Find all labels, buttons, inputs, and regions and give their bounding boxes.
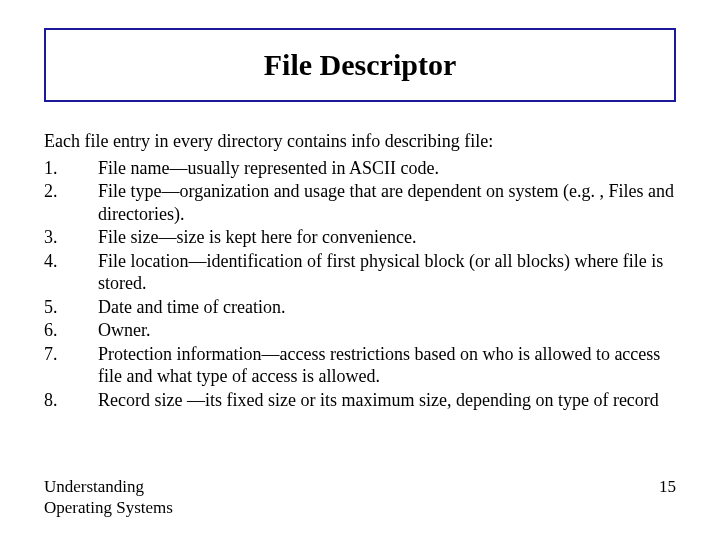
- footer-source: Understanding Operating Systems: [44, 477, 173, 518]
- footer: Understanding Operating Systems 15: [44, 477, 676, 518]
- slide-title: File Descriptor: [56, 48, 664, 82]
- title-box: File Descriptor: [44, 28, 676, 102]
- page-number: 15: [636, 477, 676, 497]
- list-item: File location—identification of first ph…: [44, 250, 676, 295]
- descriptor-list: File name—usually represented in ASCII c…: [44, 157, 676, 412]
- list-item: File name—usually represented in ASCII c…: [44, 157, 676, 180]
- list-item: File size—size is kept here for convenie…: [44, 226, 676, 249]
- list-item: Record size —its fixed size or its maxim…: [44, 389, 676, 412]
- list-item: Protection information—access restrictio…: [44, 343, 676, 388]
- list-item: File type—organization and usage that ar…: [44, 180, 676, 225]
- slide: File Descriptor Each file entry in every…: [0, 0, 720, 540]
- footer-source-line2: Operating Systems: [44, 498, 173, 517]
- intro-text: Each file entry in every directory conta…: [44, 130, 676, 153]
- list-item: Owner.: [44, 319, 676, 342]
- list-item: Date and time of creation.: [44, 296, 676, 319]
- footer-source-line1: Understanding: [44, 477, 144, 496]
